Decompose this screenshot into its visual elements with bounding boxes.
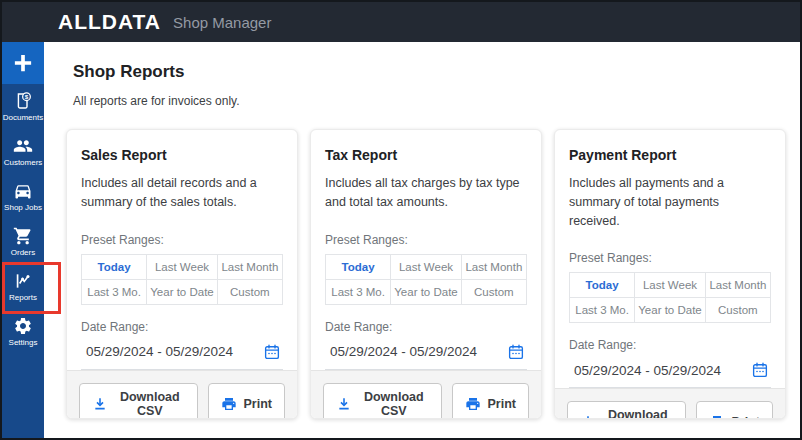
download-csv-button[interactable]: Download CSV bbox=[567, 401, 686, 419]
preset-ranges-label: Preset Ranges: bbox=[569, 251, 771, 265]
card-title: Tax Report bbox=[325, 147, 527, 163]
page-subtitle: All reports are for invoices only. bbox=[73, 94, 786, 108]
preset-custom[interactable]: Custom bbox=[218, 280, 283, 305]
app-header: ALLDATA Shop Manager bbox=[2, 2, 800, 42]
preset-ranges-grid: Today Last Week Last Month Last 3 Mo. Ye… bbox=[325, 254, 527, 305]
payment-report-card: Payment Report Includes all payments and… bbox=[554, 129, 786, 419]
print-button[interactable]: Print bbox=[452, 383, 529, 420]
preset-today[interactable]: Today bbox=[82, 255, 147, 280]
reports-chart-icon bbox=[13, 271, 33, 291]
preset-ranges-grid: Today Last Week Last Month Last 3 Mo. Ye… bbox=[569, 272, 771, 323]
new-document-button[interactable] bbox=[2, 42, 44, 84]
sidebar-item-label: Shop Jobs bbox=[4, 203, 42, 212]
sidebar-item-settings[interactable]: Settings bbox=[2, 309, 44, 354]
date-range-value: 05/29/2024 - 05/29/2024 bbox=[330, 344, 477, 359]
sidebar-item-orders[interactable]: Orders bbox=[2, 219, 44, 264]
print-button[interactable]: Print bbox=[696, 401, 773, 419]
date-range-field[interactable]: 05/29/2024 - 05/29/2024 bbox=[81, 343, 283, 370]
preset-year-to-date[interactable]: Year to Date bbox=[391, 280, 461, 305]
sidebar-item-shop-jobs[interactable]: Shop Jobs bbox=[2, 174, 44, 219]
preset-last-week[interactable]: Last Week bbox=[635, 273, 705, 298]
tax-report-card: Tax Report Includes all tax charges by t… bbox=[310, 129, 542, 419]
card-footer: Download CSV Print bbox=[67, 370, 297, 420]
card-footer: Download CSV Print bbox=[555, 388, 785, 419]
date-range-value: 05/29/2024 - 05/29/2024 bbox=[86, 344, 233, 359]
sidebar-item-label: Customers bbox=[4, 158, 43, 167]
date-range-field[interactable]: 05/29/2024 - 05/29/2024 bbox=[325, 343, 527, 370]
print-icon bbox=[709, 414, 725, 419]
calendar-icon[interactable] bbox=[751, 361, 769, 379]
calendar-icon[interactable] bbox=[507, 343, 525, 361]
page-title: Shop Reports bbox=[73, 62, 786, 82]
print-button[interactable]: Print bbox=[208, 383, 285, 420]
preset-last-week[interactable]: Last Week bbox=[391, 255, 461, 280]
print-icon bbox=[221, 396, 237, 412]
download-csv-label: Download CSV bbox=[115, 390, 185, 418]
date-range-label: Date Range: bbox=[81, 320, 283, 334]
date-range-label: Date Range: bbox=[325, 320, 527, 334]
preset-ranges-label: Preset Ranges: bbox=[81, 233, 283, 247]
card-description: Includes all detail records and a summar… bbox=[81, 174, 283, 212]
sidebar: $ Documents Customers Shop Jobs bbox=[2, 42, 44, 438]
preset-last-month[interactable]: Last Month bbox=[462, 255, 527, 280]
preset-last-3-mo[interactable]: Last 3 Mo. bbox=[326, 280, 391, 305]
download-icon bbox=[92, 396, 108, 412]
preset-last-month[interactable]: Last Month bbox=[218, 255, 283, 280]
card-description: Includes all payments and a summary of t… bbox=[569, 174, 771, 230]
plus-icon bbox=[10, 50, 36, 76]
print-label: Print bbox=[732, 415, 760, 419]
preset-custom[interactable]: Custom bbox=[462, 280, 527, 305]
preset-last-3-mo[interactable]: Last 3 Mo. bbox=[82, 280, 147, 305]
preset-last-week[interactable]: Last Week bbox=[147, 255, 217, 280]
download-csv-button[interactable]: Download CSV bbox=[79, 383, 198, 420]
download-csv-label: Download CSV bbox=[603, 408, 673, 419]
card-title: Sales Report bbox=[81, 147, 283, 163]
main-content: Shop Reports All reports are for invoice… bbox=[44, 42, 800, 438]
sidebar-item-label: Documents bbox=[3, 113, 43, 122]
print-label: Print bbox=[488, 397, 516, 411]
sales-report-card: Sales Report Includes all detail records… bbox=[66, 129, 298, 419]
date-range-label: Date Range: bbox=[569, 338, 771, 352]
print-label: Print bbox=[244, 397, 272, 411]
download-csv-button[interactable]: Download CSV bbox=[323, 383, 442, 420]
app-window: ALLDATA Shop Manager $ bbox=[0, 0, 802, 440]
preset-last-month[interactable]: Last Month bbox=[706, 273, 771, 298]
gear-icon bbox=[13, 316, 33, 336]
preset-last-3-mo[interactable]: Last 3 Mo. bbox=[570, 298, 635, 323]
date-range-value: 05/29/2024 - 05/29/2024 bbox=[574, 363, 721, 378]
sidebar-item-customers[interactable]: Customers bbox=[2, 129, 44, 174]
preset-custom[interactable]: Custom bbox=[706, 298, 771, 323]
sidebar-item-label: Settings bbox=[9, 338, 38, 347]
svg-text:$: $ bbox=[25, 93, 29, 100]
card-description: Includes all tax charges by tax type and… bbox=[325, 174, 527, 212]
print-icon bbox=[465, 396, 481, 412]
customers-icon bbox=[12, 136, 34, 156]
date-range-field[interactable]: 05/29/2024 - 05/29/2024 bbox=[569, 361, 771, 388]
download-icon bbox=[336, 396, 352, 412]
cart-icon bbox=[13, 226, 33, 246]
app-title-text: Shop Manager bbox=[173, 14, 271, 31]
download-csv-label: Download CSV bbox=[359, 390, 429, 418]
card-title: Payment Report bbox=[569, 147, 771, 163]
sidebar-item-documents[interactable]: $ Documents bbox=[2, 84, 44, 129]
sidebar-item-label: Orders bbox=[11, 248, 35, 257]
sidebar-item-label: Reports bbox=[9, 293, 37, 302]
preset-today[interactable]: Today bbox=[326, 255, 391, 280]
calendar-icon[interactable] bbox=[263, 343, 281, 361]
preset-today[interactable]: Today bbox=[570, 273, 635, 298]
download-icon bbox=[580, 414, 596, 419]
preset-year-to-date[interactable]: Year to Date bbox=[147, 280, 217, 305]
card-footer: Download CSV Print bbox=[311, 370, 541, 420]
car-icon bbox=[13, 181, 33, 201]
preset-year-to-date[interactable]: Year to Date bbox=[635, 298, 705, 323]
preset-ranges-label: Preset Ranges: bbox=[325, 233, 527, 247]
preset-ranges-grid: Today Last Week Last Month Last 3 Mo. Ye… bbox=[81, 254, 283, 305]
documents-icon: $ bbox=[13, 91, 33, 111]
reports-card-row: Sales Report Includes all detail records… bbox=[66, 129, 786, 419]
sidebar-item-reports[interactable]: Reports bbox=[2, 264, 44, 309]
alldata-logo: ALLDATA bbox=[58, 10, 161, 34]
